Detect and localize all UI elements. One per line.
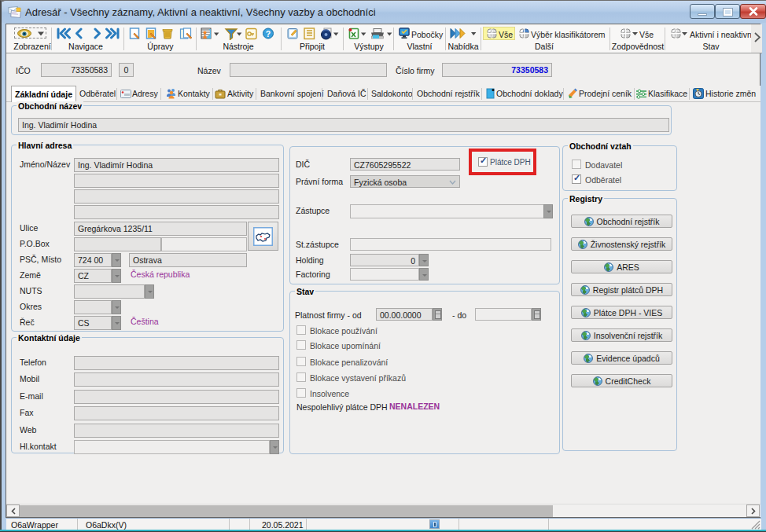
svg-text:?: ? <box>266 29 271 39</box>
